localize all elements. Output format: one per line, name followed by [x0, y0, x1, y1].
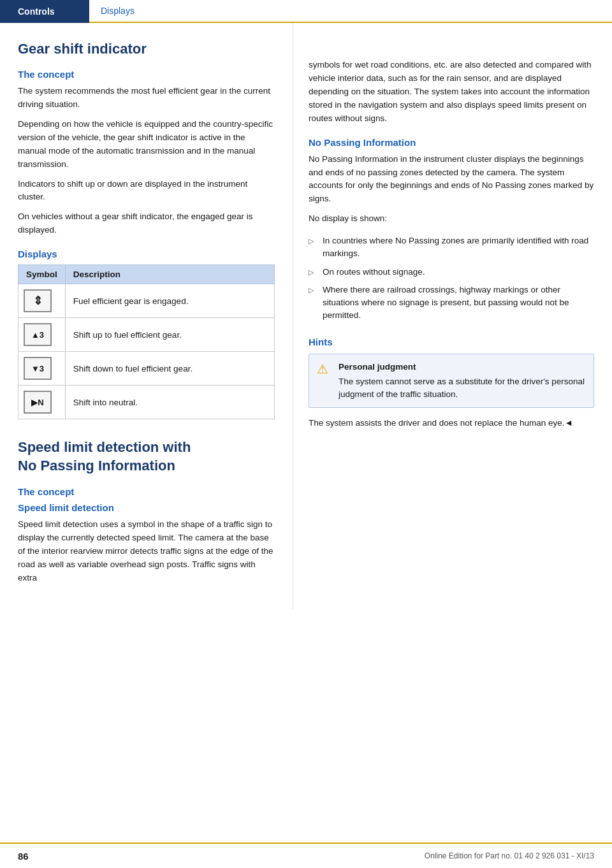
- symbol-cell-1: ⇕: [18, 284, 66, 318]
- edition-text: Online Edition for Part no. 01 40 2 926 …: [425, 851, 594, 860]
- no-passing-section: No Passing Information No Passing Inform…: [309, 137, 594, 325]
- symbol-icon-4: ▶N: [24, 391, 52, 414]
- symbol-icon-3: ▼3: [24, 357, 52, 380]
- gear-shift-concept-text3: Indicators to shift up or down are displ…: [18, 178, 275, 205]
- symbol-cell-2: ▲3: [18, 318, 66, 352]
- hint-text1: The system cannot serve as a substitute …: [339, 377, 585, 399]
- list-item: In countries where No Passing zones are …: [309, 232, 594, 263]
- hints-title: Hints: [309, 336, 594, 347]
- left-column: Gear shift indicator The concept The sys…: [0, 23, 293, 609]
- displays-label: Displays: [101, 6, 135, 16]
- page-footer: 86 Online Edition for Part no. 01 40 2 9…: [0, 843, 612, 868]
- no-passing-title: No Passing Information: [309, 137, 594, 148]
- table-row: ▲3 Shift up to fuel efficient gear.: [18, 318, 275, 352]
- no-display-list: In countries where No Passing zones are …: [309, 232, 594, 325]
- description-cell-1: Fuel efficient gear is engaged.: [65, 284, 274, 318]
- description-cell-4: Shift into neutral.: [65, 386, 274, 419]
- nav-controls[interactable]: Controls: [0, 0, 89, 23]
- symbol-icon-1: ⇕: [24, 289, 52, 312]
- symbol-icon-2: ▲3: [24, 323, 52, 346]
- speed-limit-section: Speed limit detection withNo Passing Inf…: [18, 438, 275, 585]
- displays-label: Displays: [18, 249, 275, 259]
- table-header-description: Description: [65, 265, 274, 284]
- main-content: Gear shift indicator The concept The sys…: [0, 23, 612, 609]
- table-header-symbol: Symbol: [18, 265, 66, 284]
- speed-limit-detection-label: Speed limit detection: [18, 502, 275, 513]
- no-display-label: No display is shown:: [309, 212, 594, 226]
- hints-section: Hints ⚠ Personal judgment The system can…: [309, 336, 594, 431]
- displays-table: Symbol Description ⇕ Fuel efficient gear…: [18, 264, 275, 419]
- hint-text2: The system assists the driver and does n…: [309, 417, 594, 430]
- description-cell-2: Shift up to fuel efficient gear.: [65, 318, 274, 352]
- gear-shift-section: Gear shift indicator The concept The sys…: [18, 41, 275, 419]
- speed-limit-text: Speed limit detection uses a symbol in t…: [18, 518, 275, 585]
- warning-icon: ⚠: [317, 361, 332, 377]
- table-row: ▶N Shift into neutral.: [18, 386, 275, 419]
- right-column: symbols for wet road conditions, etc. ar…: [293, 23, 612, 609]
- speed-limit-title: Speed limit detection withNo Passing Inf…: [18, 438, 275, 475]
- gear-shift-title: Gear shift indicator: [18, 41, 275, 57]
- list-item: Where there are railroad crossings, high…: [309, 281, 594, 325]
- top-navigation: Controls Displays: [0, 0, 612, 23]
- hint-title: Personal judgment: [339, 361, 586, 373]
- gear-shift-concept-label: The concept: [18, 69, 275, 80]
- hint-content: Personal judgment The system cannot serv…: [339, 361, 586, 401]
- table-row: ▼3 Shift down to fuel efficient gear.: [18, 352, 275, 386]
- gear-shift-concept-text4: On vehicles without a gear shift indicat…: [18, 210, 275, 237]
- gear-shift-concept-text1: The system recommends the most fuel effi…: [18, 85, 275, 112]
- symbol-cell-3: ▼3: [18, 352, 66, 386]
- nav-displays[interactable]: Displays: [89, 0, 612, 23]
- page-number: 86: [18, 851, 29, 862]
- controls-label: Controls: [18, 6, 55, 17]
- description-cell-3: Shift down to fuel efficient gear.: [65, 352, 274, 386]
- table-row: ⇕ Fuel efficient gear is engaged.: [18, 284, 275, 318]
- symbol-cell-4: ▶N: [18, 386, 66, 419]
- gear-shift-concept-text2: Depending on how the vehicle is equipped…: [18, 118, 275, 171]
- speed-limit-concept-label: The concept: [18, 486, 275, 497]
- continuation-text: symbols for wet road conditions, etc. ar…: [309, 59, 594, 126]
- list-item: On routes without signage.: [309, 263, 594, 281]
- hint-box: ⚠ Personal judgment The system cannot se…: [309, 354, 594, 409]
- no-passing-text1: No Passing Information in the instrument…: [309, 153, 594, 206]
